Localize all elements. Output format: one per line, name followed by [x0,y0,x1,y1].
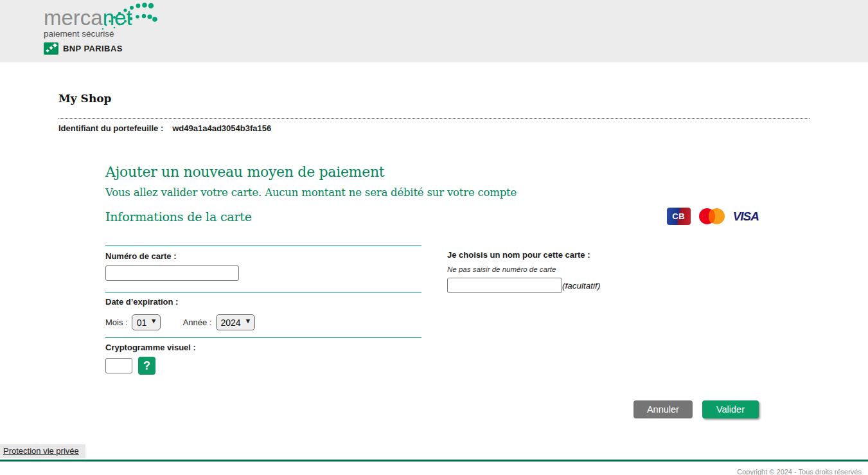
shop-title: My Shop [58,92,868,105]
wallet-id-label: Identifiant du portefeuille : [58,123,163,133]
mastercard-icon [699,208,725,224]
card-number-label: Numéro de carte : [105,251,421,261]
submit-button[interactable]: Valider [702,400,759,418]
card-info-section-header: Informations de la carte CB VISA [105,208,759,225]
cvv-label: Cryptogramme visuel : [105,343,421,352]
header: mercanet paiement sécurisé BNP PARIBAS [0,0,868,62]
year-label: Année : [183,318,212,327]
card-fields-column: Numéro de carte : Date d’expiration : Mo… [105,246,421,375]
form-actions: Annuler Valider [105,400,759,418]
cb-card-icon: CB [667,208,691,225]
bnp-paribas-logo-icon [44,42,58,55]
privacy-link-box: Protection vie privée [0,444,85,458]
bank-name: BNP PARIBAS [63,44,123,53]
wallet-row: Identifiant du portefeuille :wd49a1a4ad3… [58,118,810,133]
cvv-row: ? [105,357,421,375]
main-content: My Shop Identifiant du portefeuille :wd4… [0,92,868,418]
cancel-button[interactable]: Annuler [633,400,693,418]
month-label: Mois : [105,318,128,327]
cvv-input[interactable] [105,358,132,373]
year-select[interactable]: 2024 [216,314,255,330]
cvv-group: Cryptogramme visuel : ? [105,337,421,375]
form-title: Ajouter un nouveau moyen de paiement [105,164,759,180]
logo-swoosh-dots-icon [100,0,158,33]
month-select-wrapper: 01 ▼ [132,314,161,330]
cvv-help-button[interactable]: ? [138,357,155,375]
mastercard-overlap [709,210,715,223]
expiry-group: Date d’expiration : Mois : 01 ▼ Année : … [105,292,421,337]
card-number-input[interactable] [105,265,239,281]
expiry-row: Mois : 01 ▼ Année : 2024 ▼ [105,314,421,330]
card-name-input[interactable] [447,278,562,293]
year-select-wrapper: 2024 ▼ [216,314,255,330]
copyright-text: Copyright © 2024 - Tous droits réservés [737,468,862,475]
footer-divider [0,460,868,462]
mercanet-logo: mercanet paiement sécurisé BNP PARIBAS [44,8,211,55]
form-subtitle: Vous allez valider votre carte. Aucun mo… [105,186,759,199]
card-number-group: Numéro de carte : [105,246,421,292]
expiry-label: Date d’expiration : [105,297,421,307]
visa-icon: VISA [733,210,759,224]
month-select[interactable]: 01 [132,314,161,330]
cb-card-label: CB [672,211,685,221]
card-info-section-title: Informations de la carte [105,210,252,224]
card-name-label: Je choisis un nom pour cette carte : [447,250,600,260]
wallet-id-value: wd49a1a4ad3054b3fa156 [172,123,271,133]
privacy-link[interactable]: Protection vie privée [3,446,79,456]
card-name-column: Je choisis un nom pour cette carte : Ne … [447,246,600,293]
payment-form: Ajouter un nouveau moyen de paiement Vou… [105,164,759,418]
card-name-hint: Ne pas saisir de numéro de carte [447,265,600,273]
bank-brand: BNP PARIBAS [44,42,211,55]
card-name-row: (facultatif) [447,278,600,293]
accepted-card-brands: CB VISA [667,208,759,225]
optional-note: (facultatif) [562,281,600,291]
brand-primary: merca [44,6,103,30]
form-columns: Numéro de carte : Date d’expiration : Mo… [105,246,759,375]
